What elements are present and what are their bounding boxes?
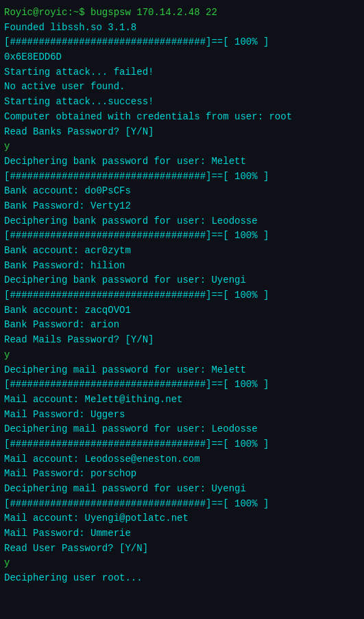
terminal-line: 0x6E8EDD6D (4, 50, 360, 65)
terminal-window: Royic@royic:~$ bugspsw 170.14.2.48 22Fou… (0, 0, 364, 619)
terminal-line: Deciphering user root... (4, 571, 360, 586)
terminal-line: Bank account: do0PsCFs (4, 184, 360, 199)
terminal-line: Computer obtained with credentials from … (4, 110, 360, 125)
terminal-line: Bank Password: Verty12 (4, 199, 360, 214)
terminal-line: y (4, 348, 360, 363)
terminal-line: Starting attack... failed! (4, 65, 360, 80)
terminal-line: Deciphering mail password for user: Uyen… (4, 482, 360, 497)
terminal-line: [##################################]==[ … (4, 170, 360, 185)
terminal-line: Deciphering bank password for user: Uyen… (4, 273, 360, 288)
terminal-line: Royic@royic:~$ bugspsw 170.14.2.48 22 (4, 5, 360, 21)
terminal-line: Deciphering mail password for user: Leod… (4, 422, 360, 437)
terminal-line: No active user found. (4, 80, 360, 95)
terminal-line: Bank account: acr0zytm (4, 244, 360, 259)
terminal-line: Deciphering bank password for user: Leod… (4, 214, 360, 229)
terminal-line: [##################################]==[ … (4, 229, 360, 244)
terminal-line: Mail Password: Uggers (4, 408, 360, 423)
terminal-line: [##################################]==[ … (4, 288, 360, 303)
terminal-line: Deciphering mail password for user: Mele… (4, 363, 360, 378)
terminal-line: Mail account: Melett@ithing.net (4, 393, 360, 408)
terminal-line: Founded libssh.so 3.1.8 (4, 21, 360, 36)
terminal-line: Starting attack...success! (4, 95, 360, 110)
terminal-line: y (4, 139, 360, 154)
terminal-line: Deciphering bank password for user: Mele… (4, 154, 360, 170)
terminal-line: Mail account: Uyengi@potlatc.net (4, 511, 360, 526)
terminal-line: Read User Password? [Y/N] (4, 541, 360, 557)
terminal-line: [##################################]==[ … (4, 497, 360, 512)
terminal-line: Bank Password: hilion (4, 259, 360, 274)
terminal-line: Mail account: Leodosse@eneston.com (4, 452, 360, 467)
terminal-line: y (4, 556, 360, 571)
terminal-line: Read Mails Password? [Y/N] (4, 333, 360, 348)
terminal-line: Read Banks Password? [Y/N] (4, 125, 360, 140)
terminal-line: [##################################]==[ … (4, 35, 360, 50)
terminal-line: [##################################]==[ … (4, 437, 360, 452)
terminal-line: [##################################]==[ … (4, 377, 360, 393)
terminal-line: Bank account: zacqOVO1 (4, 303, 360, 318)
terminal-line: Mail Password: porschop (4, 467, 360, 482)
terminal-line: Mail Password: Ummerie (4, 526, 360, 541)
terminal-line: Bank Password: arion (4, 318, 360, 333)
